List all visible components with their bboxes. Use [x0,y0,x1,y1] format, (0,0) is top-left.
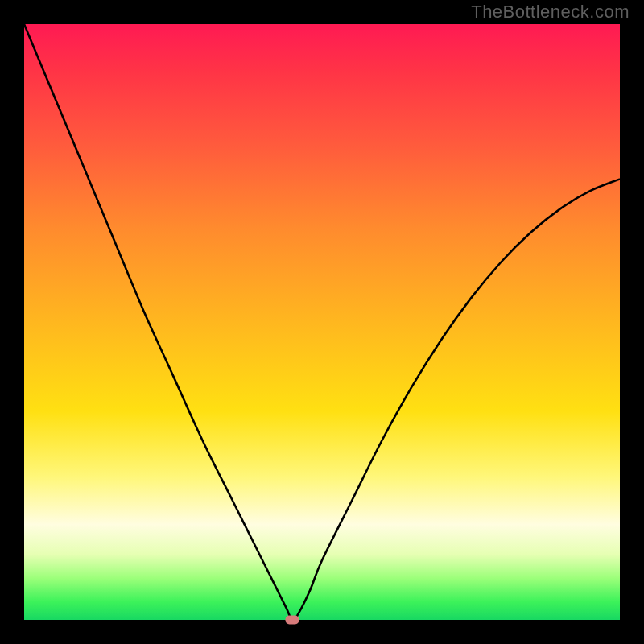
chart-frame: TheBottleneck.com [0,0,644,644]
bottleneck-curve [24,24,620,620]
plot-area [24,24,620,620]
watermark-text: TheBottleneck.com [471,2,630,23]
minimum-marker [286,616,299,625]
